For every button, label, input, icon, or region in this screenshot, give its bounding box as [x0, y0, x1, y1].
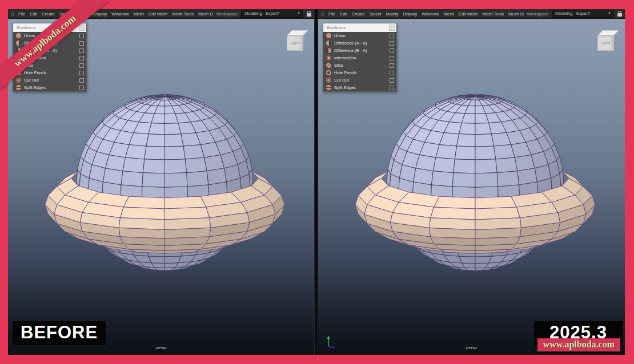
camera-label: persp [156, 345, 167, 350]
boolean-item-intersection[interactable]: Intersection [323, 54, 396, 62]
home-icon[interactable]: ⌂ [321, 11, 324, 17]
view-cube-label: LEFT [290, 42, 300, 45]
before-label: BEFORE [21, 322, 98, 342]
camera-label: persp [466, 345, 477, 350]
boolean-item-cut-out[interactable]: Cut Out [323, 76, 396, 84]
split-edges-icon [16, 85, 21, 90]
menu-item-modify[interactable]: Modify [386, 11, 398, 17]
menu-bar: ⌂ FileEditCreateSelectModifyDisplayWindo… [8, 9, 314, 19]
boolean-item-cut-out[interactable]: Cut Out [13, 76, 86, 84]
view-cube-front-face[interactable]: LEFT [597, 35, 614, 51]
viewport-before: ⌂ FileEditCreateSelectModifyDisplayWindo… [8, 9, 314, 355]
boolean-item-difference-a-b[interactable]: Difference (A - B) [323, 39, 396, 47]
option-box-checkbox[interactable] [79, 34, 84, 38]
boolean-item-hole-punch[interactable]: Hole Punch [13, 69, 86, 76]
menu-item-mesh[interactable]: Mesh [134, 11, 144, 17]
menu-bar: ⌂ FileEditCreateSelectModifyDisplayWindo… [318, 9, 625, 19]
panel-title-box[interactable] [79, 25, 85, 31]
menu-item-edit[interactable]: Edit [30, 11, 37, 17]
difference-ba-icon [326, 48, 331, 53]
workspace-value: Modeling - Expert* [244, 11, 280, 16]
boolean-item-label: Difference (B - A) [334, 47, 387, 54]
boolean-item-label: Cut Out [24, 76, 77, 84]
boolean-item-slice[interactable]: Slice [323, 62, 396, 69]
option-box-checkbox[interactable] [79, 86, 84, 90]
maya-comparison-content: ⌂ FileEditCreateSelectModifyDisplayWindo… [8, 9, 625, 355]
boolean-item-label: Split Edges [24, 84, 77, 91]
menu-item-windows[interactable]: Windows [111, 11, 129, 17]
menu-item-display[interactable]: Display [403, 11, 418, 17]
menu-item-select[interactable]: Select [370, 11, 382, 17]
menu-item-file[interactable]: File [18, 11, 25, 17]
viewport-canvas[interactable]: Booleans UnionDifference (A - B)Differen… [8, 19, 314, 355]
boolean-item-split-edges[interactable]: Split Edges [323, 84, 396, 91]
menu-item-edit[interactable]: Edit [340, 11, 347, 17]
intersection-icon [326, 55, 331, 60]
difference-ab-icon [326, 41, 331, 46]
workspace-dropdown[interactable]: Modeling - Expert* ▼ [552, 10, 613, 18]
menu-items: FileEditCreateSelectModifyDisplayWindows… [328, 11, 523, 17]
before-badge: BEFORE [13, 321, 106, 345]
menu-item-edit-mesh[interactable]: Edit Mesh [459, 11, 477, 17]
option-box-checkbox[interactable] [79, 56, 84, 60]
boolean-item-union[interactable]: Union [323, 32, 396, 39]
panel-title-box[interactable] [389, 25, 395, 31]
menu-item-windows[interactable]: Windows [422, 11, 439, 17]
slice-icon [326, 63, 331, 68]
boolean-item-label: Slice [334, 62, 387, 69]
menu-item-edit-mesh[interactable]: Edit Mesh [149, 11, 167, 17]
option-box-checkbox[interactable] [79, 78, 84, 83]
workspace-value: Modeling - Expert* [555, 11, 591, 16]
option-box-checkbox[interactable] [390, 41, 394, 46]
option-box-checkbox[interactable] [390, 34, 394, 38]
workspace-dropdown[interactable]: Modeling - Expert* ▼ [241, 10, 303, 18]
view-cube[interactable]: LEFT [286, 30, 308, 53]
option-box-checkbox[interactable] [79, 48, 84, 53]
menu-item-mesh-tools[interactable]: Mesh Tools [482, 11, 504, 17]
menu-item-mesh-display[interactable]: Mesh Display [198, 11, 212, 17]
option-box-checkbox[interactable] [390, 86, 394, 90]
cut-out-icon [16, 78, 21, 83]
union-icon [326, 33, 331, 38]
menu-item-create[interactable]: Create [352, 11, 365, 17]
viewport-canvas[interactable]: Booleans UnionDifference (A - B)Differen… [318, 19, 625, 355]
boolean-item-label: Split Edges [334, 84, 387, 91]
boolean-item-split-edges[interactable]: Split Edges [13, 84, 86, 91]
boolean-item-label: Cut Out [334, 76, 387, 84]
option-box-checkbox[interactable] [390, 56, 394, 60]
option-box-checkbox[interactable] [390, 71, 394, 75]
option-box-checkbox[interactable] [79, 63, 84, 68]
boolean-item-difference-b-a[interactable]: Difference (B - A) [323, 47, 396, 54]
difference-ab-icon [16, 41, 21, 46]
option-box-checkbox[interactable] [79, 71, 84, 75]
chevron-down-icon: ▼ [608, 11, 611, 15]
menu-item-mesh[interactable]: Mesh [444, 11, 454, 17]
menu-item-file[interactable]: File [328, 11, 335, 17]
lock-icon[interactable] [617, 13, 622, 17]
cut-out-icon [326, 78, 331, 83]
menu-item-mesh-tools[interactable]: Mesh Tools [172, 11, 194, 17]
boolean-item-hole-punch[interactable]: Hole Punch [323, 69, 396, 76]
watermark-badge: www.aplboda.com [537, 338, 620, 351]
panel-title: Booleans [327, 25, 389, 30]
option-box-checkbox[interactable] [390, 63, 394, 68]
home-icon[interactable]: ⌂ [11, 11, 14, 17]
panel-title-bar[interactable]: Booleans [323, 23, 396, 32]
boolean-item-label: Union [334, 32, 387, 39]
view-cube-top-face[interactable] [287, 30, 308, 35]
menu-item-create[interactable]: Create [42, 11, 55, 17]
union-icon [16, 33, 21, 38]
lock-icon[interactable] [307, 13, 311, 17]
view-cube-top-face[interactable] [598, 30, 619, 35]
option-box-checkbox[interactable] [79, 41, 84, 46]
option-box-checkbox[interactable] [390, 48, 394, 53]
viewport-divider [314, 9, 318, 355]
option-box-checkbox[interactable] [390, 78, 394, 83]
view-cube-front-face[interactable]: LEFT [287, 35, 303, 51]
chevron-down-icon: ▼ [297, 11, 300, 15]
view-cube[interactable]: LEFT [596, 30, 619, 53]
booleans-menu-items: UnionDifference (A - B)Difference (B - A… [323, 32, 396, 91]
menu-item-mesh-display[interactable]: Mesh Display [508, 11, 523, 17]
booleans-panel: Booleans UnionDifference (A - B)Differen… [323, 23, 397, 92]
hole-punch-icon [326, 70, 331, 75]
